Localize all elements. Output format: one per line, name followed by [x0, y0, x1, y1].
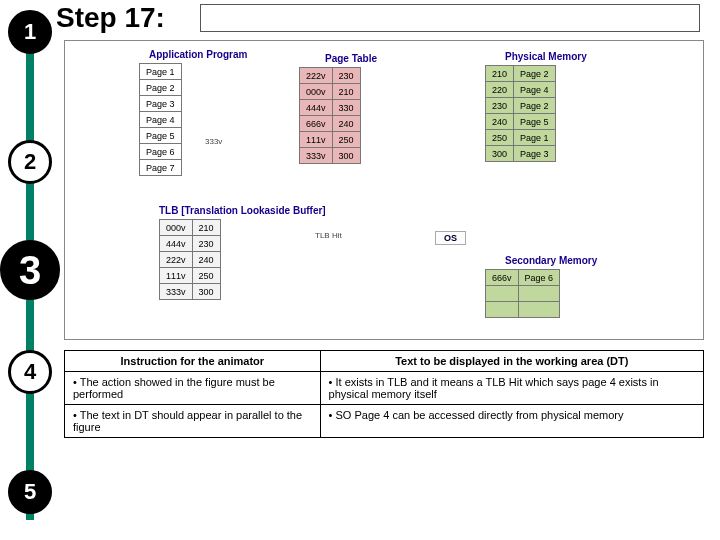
cell: 210: [192, 220, 220, 236]
cell-dt-2: SO Page 4 can be accessed directly from …: [320, 405, 703, 438]
col-header-animator: Instruction for the animator: [65, 351, 321, 372]
cell: Page 3: [514, 146, 556, 162]
col-header-dt: Text to be displayed in the working area…: [320, 351, 703, 372]
cell: 250: [486, 130, 514, 146]
cell: 666v: [300, 116, 333, 132]
addr-hint: 333v: [205, 137, 222, 146]
cell: Page 1: [140, 64, 182, 80]
list-item: It exists in TLB and it means a TLB Hit …: [329, 376, 695, 400]
cell: Page 3: [140, 96, 182, 112]
instruction-table: Instruction for the animator Text to be …: [64, 350, 704, 438]
label-os: OS: [435, 231, 466, 245]
cell: 222v: [160, 252, 193, 268]
figure-area: Application Program Page 1 Page 2 Page 3…: [64, 40, 704, 340]
title-input-box: [200, 4, 700, 32]
step-marker-5: 5: [8, 470, 52, 514]
cell: 210: [486, 66, 514, 82]
table-tlb: 000v210 444v230 222v240 111v250 333v300: [159, 219, 221, 300]
cell: 230: [332, 68, 360, 84]
cell: 666v: [486, 270, 519, 286]
cell: 250: [192, 268, 220, 284]
step-marker-2: 2: [8, 140, 52, 184]
cell: Page 4: [514, 82, 556, 98]
cell: [486, 286, 519, 302]
cell: 240: [192, 252, 220, 268]
cell: 220: [486, 82, 514, 98]
cell: [518, 286, 560, 302]
cell: 111v: [300, 132, 333, 148]
step-marker-4: 4: [8, 350, 52, 394]
cell: 240: [486, 114, 514, 130]
table-page-table: 222v230 000v210 444v330 666v240 111v250 …: [299, 67, 361, 164]
cell: 230: [192, 236, 220, 252]
cell-animator-2: The text in DT should appear in parallel…: [65, 405, 321, 438]
cell: 210: [332, 84, 360, 100]
cell: Page 2: [140, 80, 182, 96]
cell: 222v: [300, 68, 333, 84]
cell: 330: [332, 100, 360, 116]
list-item: The action showed in the figure must be …: [73, 376, 312, 400]
cell: Page 7: [140, 160, 182, 176]
step-title: Step 17:: [56, 2, 165, 34]
list-item: SO Page 4 can be accessed directly from …: [329, 409, 695, 421]
cell: Page 2: [514, 66, 556, 82]
cell: Page 2: [514, 98, 556, 114]
cell: 000v: [160, 220, 193, 236]
cell: 240: [332, 116, 360, 132]
cell: Page 6: [518, 270, 560, 286]
list-item: The text in DT should appear in parallel…: [73, 409, 312, 433]
label-page-table: Page Table: [325, 53, 377, 64]
step-marker-3: 3: [0, 240, 60, 300]
cell: 111v: [160, 268, 193, 284]
cell: [486, 302, 519, 318]
cell: 444v: [160, 236, 193, 252]
table-phys-mem: 210Page 2 220Page 4 230Page 2 240Page 5 …: [485, 65, 556, 162]
cell: 250: [332, 132, 360, 148]
cell: Page 5: [140, 128, 182, 144]
cell: 333v: [160, 284, 193, 300]
tlb-hit-label: TLB Hit: [315, 231, 342, 240]
cell: Page 6: [140, 144, 182, 160]
label-tlb: TLB [Translation Lookaside Buffer]: [159, 205, 326, 216]
cell: 000v: [300, 84, 333, 100]
cell: 230: [486, 98, 514, 114]
cell: 444v: [300, 100, 333, 116]
step-marker-1: 1: [8, 10, 52, 54]
label-phys-mem: Physical Memory: [505, 51, 587, 62]
table-app-pages: Page 1 Page 2 Page 3 Page 4 Page 5 Page …: [139, 63, 182, 176]
cell: 333v: [300, 148, 333, 164]
cell-dt-1: It exists in TLB and it means a TLB Hit …: [320, 372, 703, 405]
cell: 300: [192, 284, 220, 300]
cell: [518, 302, 560, 318]
cell: Page 4: [140, 112, 182, 128]
cell: Page 1: [514, 130, 556, 146]
label-app-program: Application Program: [149, 49, 247, 60]
cell: Page 5: [514, 114, 556, 130]
cell: 300: [332, 148, 360, 164]
cell-animator-1: The action showed in the figure must be …: [65, 372, 321, 405]
label-sec-mem: Secondary Memory: [505, 255, 597, 266]
cell: 300: [486, 146, 514, 162]
table-sec-mem: 666vPage 6: [485, 269, 560, 318]
